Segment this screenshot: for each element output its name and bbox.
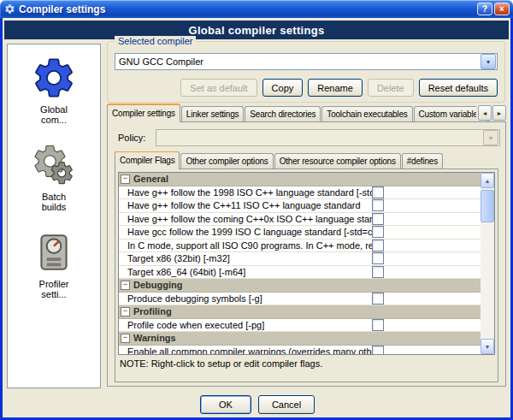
gear-gray-icon	[30, 141, 78, 189]
subtab-compiler-flags[interactable]: Compiler Flags	[115, 151, 180, 169]
collapse-icon[interactable]: −	[121, 175, 130, 184]
flag-checkbox[interactable]	[372, 293, 384, 305]
flag-category-label: Profiling	[133, 305, 172, 317]
flag-category-general[interactable]: −General	[119, 173, 481, 186]
flag-row[interactable]: Have gcc follow the 1999 ISO C language …	[119, 226, 481, 240]
compiler-combobox-value: GNU GCC Compiler	[115, 56, 480, 67]
policy-row: Policy: ▼	[115, 129, 500, 146]
tab-search-directories[interactable]: Search directories	[245, 106, 321, 121]
subtab-other-compiler-options[interactable]: Other compiler options	[180, 153, 273, 169]
tab-compiler-settings[interactable]: Compiler settings	[107, 104, 180, 122]
note-text: NOTE: Right-click to setup or edit compi…	[120, 358, 322, 369]
collapse-icon[interactable]: −	[121, 334, 130, 343]
flag-label: Have g++ follow the C++11 ISO C++ langua…	[119, 199, 372, 211]
sidebar-item-profiler-setti[interactable]: Profiler setti...	[8, 219, 100, 306]
flag-row[interactable]: Target x86_64 (64bit) [-m64]	[119, 266, 481, 280]
main-tab-strip: Compiler settingsLinker settingsSearch d…	[107, 104, 506, 122]
copy-button[interactable]: Copy	[262, 79, 304, 97]
sidebar-item-label: Profiler setti...	[29, 279, 79, 299]
flag-row[interactable]: Have g++ follow the C++11 ISO C++ langua…	[119, 199, 481, 213]
tab-linker-settings[interactable]: Linker settings	[181, 106, 244, 121]
flag-label: Profile code when executed [-pg]	[119, 319, 372, 331]
help-button[interactable]: ?	[477, 3, 492, 15]
flag-checkbox[interactable]	[372, 240, 384, 251]
flag-checkbox[interactable]	[372, 213, 384, 225]
compiler-combobox[interactable]: GNU GCC Compiler ▼	[115, 53, 498, 70]
flag-row[interactable]: Have g++ follow the coming C++0x ISO C++…	[119, 213, 481, 227]
chevron-down-icon: ▼	[483, 130, 498, 145]
selected-compiler-label: Selected compiler	[115, 36, 196, 46]
close-button[interactable]: ×	[494, 3, 510, 15]
flag-checkbox[interactable]	[372, 199, 384, 211]
tab-scroll-right-button[interactable]: ►	[492, 105, 506, 121]
sidebar-item-label: Batch builds	[29, 192, 79, 212]
flag-label: Enable all common compiler warnings (ove…	[119, 346, 372, 354]
collapse-icon[interactable]: −	[121, 307, 130, 316]
set-as-default-button: Set as default	[180, 79, 256, 97]
scroll-track[interactable]	[481, 188, 494, 339]
flag-category-label: Debugging	[133, 279, 182, 291]
flag-checkbox[interactable]	[372, 186, 384, 198]
compiler-flags-tab-page: −GeneralHave g++ follow the 1998 ISO C++…	[115, 169, 498, 382]
sidebar-item-global-com[interactable]: Global com...	[8, 44, 100, 132]
flag-label: Have gcc follow the 1999 ISO C language …	[119, 226, 372, 238]
flag-label: Produce debugging symbols [-g]	[119, 293, 372, 305]
compiler-settings-window: Compiler settings ? × Global compiler se…	[0, 0, 513, 420]
flag-label: Have g++ follow the 1998 ISO C++ languag…	[119, 186, 372, 198]
flag-category-debugging[interactable]: −Debugging	[119, 279, 481, 293]
compiler-actions: Set as defaultCopyRenameDeleteReset defa…	[180, 79, 498, 97]
scroll-thumb[interactable]	[481, 190, 494, 222]
flag-row[interactable]: Produce debugging symbols [-g]	[119, 293, 481, 306]
ok-button[interactable]: OK	[200, 395, 251, 414]
flag-checkbox[interactable]	[372, 226, 384, 238]
chevron-down-icon[interactable]: ▼	[481, 54, 496, 69]
flag-category-label: General	[133, 173, 168, 185]
flag-checkbox[interactable]	[372, 319, 384, 331]
flag-row[interactable]: Have g++ follow the 1998 ISO C++ languag…	[119, 186, 481, 200]
window-title: Compiler settings	[19, 3, 475, 15]
flag-label: Target x86_64 (64bit) [-m64]	[119, 266, 372, 278]
flag-checkbox[interactable]	[372, 266, 384, 278]
flag-label: Target x86 (32bit) [-m32]	[119, 252, 372, 264]
flag-label: Have g++ follow the coming C++0x ISO C++…	[119, 213, 372, 225]
selected-compiler-group: Selected compiler GNU GCC Compiler ▼ Set…	[107, 41, 505, 103]
window-gear-icon	[3, 3, 15, 15]
titlebar[interactable]: Compiler settings ? ×	[0, 0, 513, 18]
flag-row[interactable]: Enable all common compiler warnings (ove…	[119, 346, 481, 355]
delete-button: Delete	[368, 79, 414, 97]
compiler-flags-list: −GeneralHave g++ follow the 1998 ISO C++…	[118, 172, 495, 355]
vertical-scrollbar[interactable]: ▲ ▼	[481, 173, 494, 354]
sub-tab-strip: Compiler FlagsOther compiler optionsOthe…	[115, 151, 498, 169]
flag-row[interactable]: Target x86 (32bit) [-m32]	[119, 252, 481, 266]
dialog-body: Global compiler settings Global com...Ba…	[0, 18, 513, 420]
flag-row[interactable]: In C mode, support all ISO C90 programs.…	[119, 240, 481, 253]
flag-category-label: Warnings	[133, 332, 176, 344]
banner-title: Global compiler settings	[189, 24, 325, 37]
compiler-settings-tab-page: Policy: ▼ Compiler FlagsOther compiler o…	[107, 121, 506, 387]
dialog-banner: Global compiler settings	[4, 21, 509, 39]
settings-category-list: Global com...Batch buildsProfiler setti.…	[7, 44, 101, 388]
sidebar-item-batch-builds[interactable]: Batch builds	[8, 132, 100, 219]
flag-checkbox[interactable]	[372, 252, 384, 264]
tab-scroll-buttons: ◄ ►	[476, 105, 506, 121]
subtab-other-resource-compiler-options[interactable]: Other resource compiler options	[274, 153, 401, 169]
subtab-defines[interactable]: #defines	[402, 153, 443, 169]
flag-checkbox[interactable]	[372, 346, 384, 354]
collapse-icon[interactable]: −	[121, 281, 130, 290]
scroll-down-button[interactable]: ▼	[481, 339, 494, 354]
rename-button[interactable]: Rename	[308, 79, 363, 97]
sidebar-item-label: Global com...	[29, 104, 79, 125]
profiler-icon	[30, 228, 78, 276]
cancel-button[interactable]: Cancel	[258, 395, 315, 414]
gear-blue-icon	[30, 54, 78, 102]
tab-toolchain-executables[interactable]: Toolchain executables	[321, 106, 412, 121]
policy-combobox: ▼	[156, 129, 500, 146]
tab-scroll-left-button[interactable]: ◄	[478, 105, 492, 121]
flag-label: In C mode, support all ISO C90 programs.…	[119, 240, 372, 251]
flag-category-profiling[interactable]: −Profiling	[119, 305, 481, 319]
flag-row[interactable]: Profile code when executed [-pg]	[119, 319, 481, 333]
policy-label: Policy:	[118, 133, 145, 143]
flag-category-warnings[interactable]: −Warnings	[119, 332, 481, 346]
reset-defaults-button[interactable]: Reset defaults	[419, 79, 498, 97]
scroll-up-button[interactable]: ▲	[481, 173, 494, 188]
